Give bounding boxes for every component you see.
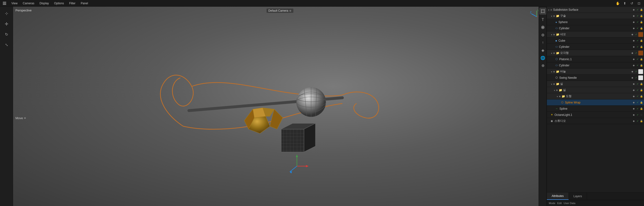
- lock-icon[interactable]: 🔒: [640, 89, 643, 92]
- lock-icon[interactable]: 🔒: [640, 8, 643, 12]
- layer-group-gusul[interactable]: ≡ 📁 구술 ◆ ✓ 🔒: [547, 13, 644, 19]
- layer-group-ogak[interactable]: ≡ 📁 오각형 ◆ ✓: [547, 50, 644, 56]
- check-icon[interactable]: ✓: [636, 64, 639, 67]
- layer-sil-inner[interactable]: ≡ 📁 실 ◆ ✓ 🔒: [547, 87, 644, 93]
- menu-panel[interactable]: Panel: [78, 1, 90, 6]
- tool-select[interactable]: ⊹: [2, 9, 11, 18]
- vis-icon[interactable]: ◆: [632, 14, 636, 18]
- check-icon[interactable]: ✓: [636, 39, 639, 42]
- tab-layers[interactable]: Layers: [569, 192, 587, 200]
- vis-icon[interactable]: ◆: [632, 101, 636, 104]
- vis-icon[interactable]: ◆: [632, 21, 636, 24]
- plus-circle-icon[interactable]: ⊕: [539, 62, 546, 69]
- vis-icon[interactable]: ◆: [632, 95, 636, 98]
- vis-icon[interactable]: ◆: [632, 107, 636, 110]
- layer-group-barum[interactable]: ≡ 📁 바늘 ◆ ✓: [547, 69, 644, 75]
- layer-cylinder-2[interactable]: ⬭ Cylinder ◆ ✓ 🔒: [547, 44, 644, 50]
- layer-studio[interactable]: ◉ 스튜디오 ◆ ✓ 🔒: [547, 118, 644, 124]
- check-icon[interactable]: ✓: [636, 89, 639, 92]
- layer-swing-needle[interactable]: ⬡ Swing Needle ◆ ✓: [547, 75, 644, 81]
- check-icon[interactable]: ✓: [636, 58, 639, 61]
- vis-icon[interactable]: ◆: [631, 70, 634, 73]
- check-icon[interactable]: ✓: [634, 76, 638, 79]
- vis-icon[interactable]: ◆: [632, 119, 636, 123]
- lock-icon[interactable]: 🔒: [640, 58, 643, 61]
- action-mode[interactable]: Mode: [549, 202, 556, 204]
- lock-icon[interactable]: 🔒: [640, 27, 643, 30]
- vis-icon[interactable]: ◆: [632, 82, 636, 86]
- check-icon[interactable]: ✓: [636, 21, 639, 24]
- layer-group-nemo[interactable]: ≡ 📁 네모 ◆ ✓: [547, 31, 644, 38]
- menu-filter[interactable]: Filter: [67, 1, 78, 6]
- check-icon[interactable]: ✓: [636, 119, 639, 123]
- arrow-up-icon[interactable]: ↑: [539, 39, 546, 46]
- target-icon[interactable]: [539, 24, 546, 31]
- vis-icon[interactable]: ◆: [632, 27, 636, 30]
- vis-icon[interactable]: ◆: [631, 76, 634, 79]
- text-T-icon[interactable]: T: [539, 16, 546, 23]
- lock-icon[interactable]: 🔒: [640, 101, 643, 104]
- frame-icon[interactable]: ⊡: [636, 1, 642, 6]
- layer-octane-light[interactable]: ☀ OctaneLight.1 ◆ ✓ □: [547, 112, 644, 118]
- vis-icon[interactable]: ◆: [631, 33, 634, 36]
- check-icon[interactable]: ✓: [634, 51, 638, 55]
- check-icon[interactable]: ✓: [636, 107, 639, 110]
- vis-icon[interactable]: ◆: [632, 8, 636, 12]
- viewport[interactable]: Perspective Default Camera ⚙ Y Z Move ✛: [13, 7, 547, 206]
- layer-platonic[interactable]: ⬡ Platonic.1 ◆ ✓ 🔒: [547, 56, 644, 62]
- layer-cylinder-3[interactable]: ⬭ Cylinder ◆ ✓ 🔒: [547, 62, 644, 69]
- hand-tool-icon[interactable]: ✋: [614, 1, 621, 6]
- lock-icon[interactable]: 🔒: [640, 82, 643, 86]
- check-icon[interactable]: ✓: [636, 95, 639, 98]
- refresh-icon[interactable]: ↺: [629, 1, 635, 6]
- lock-icon[interactable]: 🔒: [640, 95, 643, 98]
- check-icon[interactable]: ✓: [636, 27, 639, 30]
- layer-spline[interactable]: ～ Spline ◆ ✓ 🔒: [547, 106, 644, 112]
- tab-attributes[interactable]: Attributes: [547, 192, 569, 200]
- lock-icon[interactable]: 🔒: [640, 14, 643, 18]
- lock-icon[interactable]: 🔒: [640, 64, 643, 67]
- layer-spline-wrap[interactable]: ⬡ Spline Wrap ◆ ✓ 🔒: [547, 99, 644, 106]
- lock-icon[interactable]: □: [640, 113, 643, 117]
- lock-icon[interactable]: 🔒: [640, 119, 643, 123]
- lock-icon[interactable]: 🔒: [640, 21, 643, 24]
- layer-dohyung[interactable]: ≡ 📁 도형 ◆ ✓ 🔒: [547, 93, 644, 99]
- lock-icon[interactable]: 🔒: [640, 39, 643, 42]
- tool-scale[interactable]: ⤡: [2, 41, 11, 50]
- check-icon[interactable]: ✓: [636, 8, 639, 12]
- check-icon[interactable]: ✓: [634, 33, 638, 36]
- hamburger-menu[interactable]: [2, 1, 7, 6]
- check-icon[interactable]: ✓: [636, 101, 639, 104]
- vis-icon[interactable]: ◆: [632, 45, 636, 49]
- check-icon[interactable]: ✓: [636, 14, 639, 18]
- vis-icon[interactable]: ◆: [632, 58, 636, 61]
- up-icon[interactable]: ⬆: [622, 1, 628, 6]
- menu-view[interactable]: View: [9, 1, 20, 6]
- cube-outline-icon[interactable]: [539, 8, 546, 15]
- check-icon[interactable]: ✓: [634, 70, 638, 73]
- action-user-data[interactable]: User Data: [564, 202, 576, 204]
- menu-display[interactable]: Display: [37, 1, 51, 6]
- check-icon[interactable]: ✓: [636, 45, 639, 49]
- vis-icon[interactable]: ◆: [632, 39, 636, 42]
- menu-cameras[interactable]: Cameras: [20, 1, 37, 6]
- vis-icon[interactable]: ◆: [631, 51, 634, 55]
- menu-options[interactable]: Options: [52, 1, 66, 6]
- action-edit[interactable]: Edit: [557, 202, 562, 204]
- layer-cube[interactable]: ■ Cube ◆ ✓ 🔒: [547, 38, 644, 44]
- lock-icon[interactable]: 🔒: [640, 45, 643, 49]
- layer-subdivision-surface[interactable]: ≡ Subdivision Surface ◆ ✓ 🔒: [547, 7, 644, 13]
- vis-icon[interactable]: ◆: [632, 89, 636, 92]
- gear-cog-icon[interactable]: ⚙: [539, 31, 546, 39]
- layer-group-sil[interactable]: ≡ 📁 실 ◆ ✓ 🔒: [547, 81, 644, 87]
- check-icon[interactable]: ✓: [636, 113, 639, 117]
- globe-icon[interactable]: 🌐: [539, 54, 546, 61]
- tool-move[interactable]: ✛: [2, 20, 11, 29]
- vis-icon[interactable]: ◆: [632, 64, 636, 67]
- layer-cylinder-1[interactable]: ⬭ Cylinder ◆ ✓ 🔒: [547, 25, 644, 31]
- layer-sphere[interactable]: ● Sphere ◆ ✓ 🔒: [547, 19, 644, 25]
- diamond-icon[interactable]: ◈: [539, 47, 546, 54]
- vis-icon[interactable]: ◆: [632, 113, 636, 117]
- tool-rotate[interactable]: ↻: [2, 30, 11, 39]
- lock-icon[interactable]: 🔒: [640, 107, 643, 110]
